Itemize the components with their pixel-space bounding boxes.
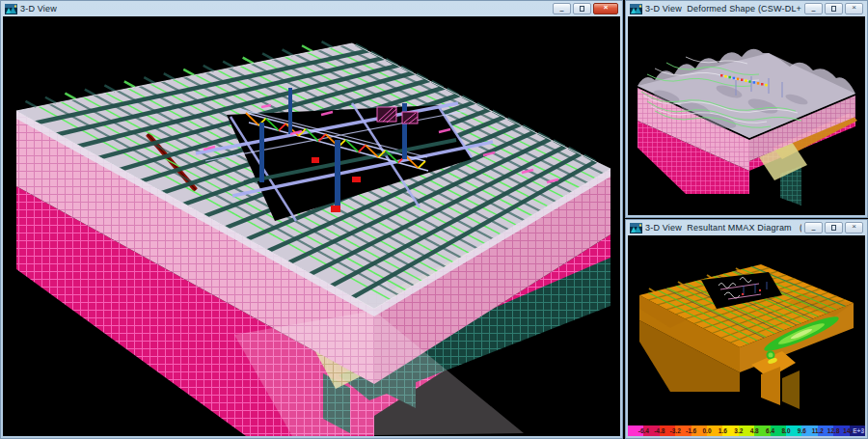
window-mmax-diagram: 3-D View Resultant MMAX Diagram (CSW-DL+…: [625, 219, 868, 439]
legend-color-cell: [786, 425, 801, 436]
legend-color-cell: [818, 425, 833, 436]
legend-color-cell: [739, 425, 754, 436]
legend-color-cell: [850, 425, 865, 436]
close-icon: ×: [604, 4, 609, 12]
minimize-button[interactable]: –: [804, 222, 823, 233]
close-button[interactable]: ×: [593, 3, 618, 14]
close-button[interactable]: ×: [845, 3, 863, 14]
mmax-diagram-scene: [628, 235, 865, 425]
legend-color-cell: [801, 425, 817, 436]
legend-color-cell: [754, 425, 770, 436]
3d-view-window-icon: [630, 4, 642, 14]
deformed-shape-scene: [628, 16, 865, 215]
legend-color-cell: [771, 425, 786, 436]
legend-color-cell: [660, 425, 675, 436]
window-controls: – ×: [804, 3, 863, 14]
legend-color-cell: [675, 425, 691, 436]
titlebar-mmax-diagram[interactable]: 3-D View Resultant MMAX Diagram (CSW-DL+…: [628, 220, 865, 235]
3d-view-window-icon: [5, 4, 17, 14]
3d-view-window-icon: [630, 223, 642, 233]
restore-icon: [831, 6, 836, 12]
legend-color-cell: [707, 425, 722, 436]
restore-button[interactable]: [825, 3, 843, 14]
minimize-icon: –: [811, 7, 815, 14]
close-icon: ×: [852, 223, 856, 231]
window-3d-view: 3-D View – ×: [0, 0, 623, 439]
viewport-3d-model[interactable]: [3, 16, 620, 436]
titlebar-3d-view[interactable]: 3-D View – ×: [3, 1, 620, 16]
titlebar-deformed-shape[interactable]: 3-D View Deformed Shape (CSW-DL+Qx) – ×: [628, 1, 865, 16]
minimize-button[interactable]: –: [553, 3, 571, 14]
legend-color-cell: [722, 425, 738, 436]
minimize-button[interactable]: –: [804, 3, 823, 14]
restore-button[interactable]: [573, 3, 591, 14]
close-button[interactable]: ×: [845, 222, 863, 233]
window-title: 3-D View Resultant MMAX Diagram (CSW-DL+…: [645, 223, 801, 233]
viewport-mmax-diagram[interactable]: -6.4-4.8-3.2-1.60.01.63.24.86.48.09.611.…: [628, 235, 865, 436]
window-deformed-shape: 3-D View Deformed Shape (CSW-DL+Qx) – ×: [625, 0, 868, 218]
restore-button[interactable]: [825, 222, 843, 233]
minimize-icon: –: [559, 7, 563, 14]
window-title: 3-D View Deformed Shape (CSW-DL+Qx): [645, 4, 801, 14]
legend-color-cell: [643, 425, 659, 436]
contour-legend: [628, 425, 865, 436]
legend-color-cell: [833, 425, 849, 436]
window-controls: – ×: [553, 3, 618, 14]
minimize-icon: –: [811, 226, 815, 233]
3d-model-scene: [3, 16, 620, 436]
restore-icon: [580, 6, 584, 12]
close-icon: ×: [852, 4, 856, 12]
viewport-deformed-shape[interactable]: [628, 16, 865, 215]
window-controls: – ×: [804, 222, 863, 233]
restore-icon: [831, 225, 836, 231]
legend-color-cell: [628, 425, 643, 436]
legend-color-cell: [692, 425, 707, 436]
window-title: 3-D View: [20, 4, 550, 14]
